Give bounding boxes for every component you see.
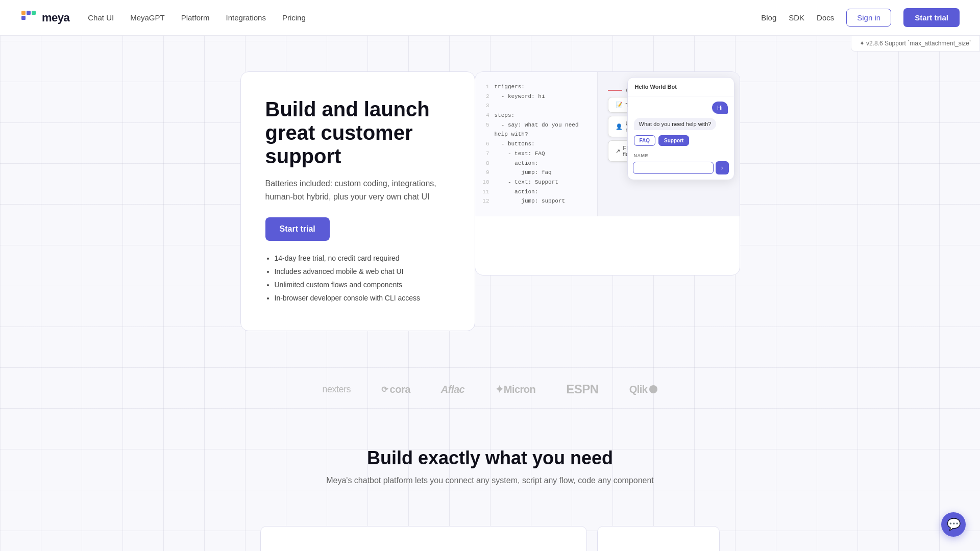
signin-button[interactable]: Sign in [846,9,891,27]
nav-docs[interactable]: Docs [817,13,834,22]
build-title: Build exactly what you need [41,447,939,469]
logo-text: meya [42,11,69,24]
logo-icon [20,10,37,26]
hero-features-list: 14-day free trial, no credit card requir… [265,253,450,306]
main-content: Build and launch great customer support … [0,0,980,551]
navbar: meya Chat UI MeyaGPT Platform Integratio… [0,0,980,36]
chat-msg-user: Hi [712,102,727,114]
hero-title: Build and launch great customer support [265,97,450,168]
feature-2: Includes advanced mobile & web chat UI [275,266,450,277]
chat-btn-support[interactable]: Support [658,135,689,146]
text-input-icon: 📝 [616,102,623,108]
logo-espn: ESPN [566,382,598,396]
hero-demo-card: 1triggers: 2 - keyword: hi 3 4steps: 5 -… [475,71,740,276]
svg-rect-2 [32,11,36,15]
logos-section: nexters ⟳ cora Aflac ✦Micron ESPN Qlik [209,362,771,417]
logo[interactable]: meya [20,10,69,26]
user-set-icon: 👤 [616,123,623,130]
hero-subtitle: Batteries included: custom coding, integ… [265,177,450,203]
bottom-card-right [597,526,720,551]
chat-header: Hello World Bot [628,78,734,96]
feature-4: In-browser developer console with CLI ac… [275,293,450,304]
flow-icon: ↗ [616,148,620,155]
nav-blog[interactable]: Blog [761,13,776,22]
chat-widget[interactable]: 💬 [941,512,966,537]
hero-text-block: Build and launch great customer support … [265,97,450,253]
nav-sdk[interactable]: SDK [789,13,804,22]
chat-send-button[interactable]: › [716,161,729,174]
logo-nexters: nexters [323,384,351,395]
svg-rect-1 [27,11,31,15]
logo-aflac: Aflac [441,384,464,395]
chat-widget-icon: 💬 [947,518,961,531]
chat-name-label: NAME [628,150,734,159]
build-section: Build exactly what you need Meya's chatb… [0,417,980,526]
chat-buttons: FAQ Support [628,135,734,150]
nav-links: Chat UI MeyaGPT Platform Integrations Pr… [88,13,305,22]
demo-container: 1triggers: 2 - keyword: hi 3 4steps: 5 -… [475,72,740,216]
chat-btn-faq[interactable]: FAQ [634,135,656,146]
code-panel: 1triggers: 2 - keyword: hi 3 4steps: 5 -… [475,72,598,216]
build-subtitle: Meya's chatbot platform lets you connect… [41,476,939,485]
bottom-card-left [260,526,587,551]
notification-bar: ✦ v2.8.6 Support `max_attachment_size` [851,36,980,52]
bottom-cards [0,526,980,551]
nav-pricing[interactable]: Pricing [282,13,306,22]
start-trial-nav-button[interactable]: Start trial [903,8,960,27]
logo-cora: ⟳ cora [381,384,410,395]
svg-rect-3 [21,16,26,20]
logo-qlik: Qlik [629,384,658,395]
nav-chat-ui[interactable]: Chat UI [88,13,114,22]
nav-platform[interactable]: Platform [181,13,210,22]
flow-panel: (support) 📝 Text input 👤 User set name [598,72,740,216]
hero-left-card: Build and launch great customer support … [240,71,475,331]
chat-msg-bot: What do you need help with? [634,118,717,130]
chat-panel: Hello World Bot Hi What do you need help… [627,77,734,180]
notification-text: ✦ v2.8.6 Support `max_attachment_size` [860,40,971,47]
chat-name-input[interactable] [633,162,714,174]
chat-messages: Hi What do you need help with? [628,96,734,135]
svg-rect-0 [21,11,26,15]
logo-micron: ✦Micron [495,383,535,395]
feature-3: Unlimited custom flows and components [275,280,450,290]
navbar-left: meya Chat UI MeyaGPT Platform Integratio… [20,10,306,26]
chat-input-row: › [628,159,734,180]
start-trial-hero-button[interactable]: Start trial [265,217,330,241]
navbar-right: Blog SDK Docs Sign in Start trial [761,8,960,27]
nav-meyagpt[interactable]: MeyaGPT [130,13,165,22]
nav-right-links: Blog SDK Docs [761,13,834,22]
hero-section: Build and launch great customer support … [184,51,796,362]
feature-1: 14-day free trial, no credit card requir… [275,253,450,264]
nav-integrations[interactable]: Integrations [226,13,266,22]
